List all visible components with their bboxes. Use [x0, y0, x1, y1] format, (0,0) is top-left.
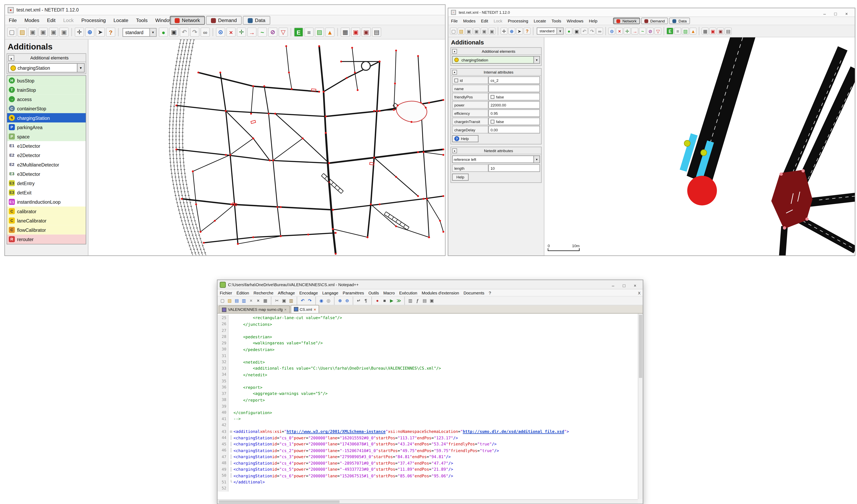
- doc-map-icon[interactable]: ▥: [407, 298, 414, 304]
- code-line-50[interactable]: 50│ <chargingStation id="cs_6" power="20…: [218, 473, 638, 479]
- value-checkbox-friendlyPos[interactable]: [490, 95, 494, 99]
- supermode-data-button[interactable]: Data: [243, 16, 270, 24]
- new-window-icon[interactable]: ▢: [7, 28, 16, 37]
- help-button[interactable]: ? Help: [452, 135, 478, 142]
- dropdown-arrow-icon[interactable]: ▼: [149, 28, 156, 36]
- additional-item-trainStop[interactable]: TtrainStop: [7, 85, 86, 95]
- dropdown-arrow-icon[interactable]: ▼: [557, 28, 563, 34]
- inspect-mode-icon[interactable]: ⊙: [608, 28, 615, 35]
- help-button-2[interactable]: Help: [452, 173, 469, 181]
- save-network-icon[interactable]: ▣: [28, 28, 37, 37]
- code-line-36[interactable]: 36 <report>: [218, 384, 638, 390]
- maximize-button[interactable]: □: [830, 10, 841, 17]
- record-macro-icon[interactable]: ●: [374, 298, 381, 304]
- move-mode-icon[interactable]: ✛: [237, 28, 246, 37]
- attribute-value-friendlyPos[interactable]: false: [488, 93, 540, 100]
- recompute-icon[interactable]: ●: [159, 28, 168, 37]
- menu-locate[interactable]: Locate: [110, 17, 132, 23]
- select-pointer-icon[interactable]: ➤: [96, 28, 105, 37]
- redo-icon[interactable]: ↷: [190, 28, 199, 37]
- options-icon[interactable]: ▤: [725, 28, 732, 35]
- additional-item-parkingArea[interactable]: PparkingArea: [7, 122, 86, 132]
- new-window-icon[interactable]: ▢: [450, 28, 457, 35]
- code-line-30[interactable]: 30 </pedestrian>: [218, 347, 638, 353]
- tls-mode-icon[interactable]: ▽: [279, 28, 288, 37]
- show-symbols-icon[interactable]: ¶: [363, 298, 369, 304]
- close-all-icon[interactable]: ×: [255, 298, 262, 304]
- prohibition-mode-icon[interactable]: ⊘: [268, 28, 277, 37]
- save-icon[interactable]: ▤: [233, 298, 240, 304]
- menu-affichage[interactable]: Affichage: [276, 290, 297, 295]
- screenshot-icon[interactable]: ▣: [573, 28, 580, 35]
- code-line-25[interactable]: 25 <rectangular-lane-cut value="false"/>: [218, 315, 638, 321]
- edge-mode-icon[interactable]: →: [632, 28, 639, 35]
- move-mode-icon[interactable]: ✛: [624, 28, 631, 35]
- replace-icon[interactable]: ◎: [325, 298, 332, 304]
- code-line-34[interactable]: 34 </netedit>: [218, 372, 638, 378]
- menu--dition[interactable]: Édition: [234, 290, 251, 295]
- menu-macro[interactable]: Macro: [381, 290, 397, 295]
- fold-margin[interactable]: ⊟: [229, 429, 233, 435]
- attribute-label-efficiency[interactable]: efficiency: [452, 109, 488, 117]
- minimize-button[interactable]: –: [819, 10, 830, 17]
- menu-encodage[interactable]: Encodage: [297, 290, 320, 295]
- code-line-51[interactable]: 51└</additional>: [218, 479, 638, 485]
- monitor-icon[interactable]: ▣: [428, 298, 435, 304]
- zoom-preset-dropdown[interactable]: standard▼: [122, 28, 157, 36]
- code-line-38[interactable]: 38 </report>: [218, 397, 638, 403]
- connection-mode-icon[interactable]: ~: [258, 28, 267, 37]
- maximize-button[interactable]: □: [619, 282, 629, 289]
- length-input[interactable]: 10: [488, 164, 540, 172]
- code-line-31[interactable]: 31: [218, 353, 638, 359]
- additional-item-detExit[interactable]: E3detExit: [7, 188, 86, 197]
- tls-mode-icon[interactable]: ▽: [654, 28, 661, 35]
- edge-mode-icon[interactable]: →: [247, 28, 256, 37]
- copy-icon[interactable]: ▣: [281, 298, 287, 304]
- options-icon[interactable]: ▤: [372, 28, 381, 37]
- code-line-26[interactable]: 26 </junctions>: [218, 321, 638, 327]
- menu-tools[interactable]: Tools: [132, 17, 151, 23]
- vertical-scrollbar[interactable]: [638, 314, 642, 499]
- save-demand-icon[interactable]: ▣: [49, 28, 58, 37]
- new-file-icon[interactable]: ▢: [219, 298, 226, 304]
- title-bar[interactable]: C:\Users\farha\OneDrive\Bureau\VALENCIEN…: [218, 280, 643, 289]
- shape-mode-icon[interactable]: ▲: [690, 28, 697, 35]
- select-pointer-icon[interactable]: ➤: [516, 28, 523, 35]
- close-button[interactable]: ×: [629, 282, 640, 289]
- prohibition-mode-icon[interactable]: ⊘: [647, 28, 654, 35]
- menu-edit[interactable]: Edit: [478, 18, 491, 23]
- minimize-button[interactable]: –: [608, 282, 619, 289]
- delete-mode-icon[interactable]: ×: [226, 28, 236, 37]
- zoom-extent-icon[interactable]: ⊕: [85, 28, 95, 37]
- menu-fichier[interactable]: Fichier: [218, 290, 234, 295]
- menu-file[interactable]: File: [5, 17, 21, 23]
- code-line-45[interactable]: 45│ <chargingStation id="cs_1" power="20…: [218, 441, 638, 447]
- grid-icon[interactable]: ▦: [702, 28, 709, 35]
- supermode-network-button[interactable]: Network: [613, 18, 640, 24]
- save-additionals-icon[interactable]: ▣: [473, 28, 480, 35]
- save-all-icon[interactable]: ▥: [240, 298, 247, 304]
- code-line-41[interactable]: 41-->: [218, 416, 638, 422]
- menu-lock[interactable]: Lock: [60, 17, 78, 23]
- folder-workspace-icon[interactable]: ▤: [421, 298, 428, 304]
- code-line-44[interactable]: 44│ <chargingStation id="cs_0" power="20…: [218, 435, 638, 441]
- taz-mode-icon[interactable]: ▨: [682, 28, 689, 35]
- undo-icon[interactable]: ↶: [299, 298, 306, 304]
- vehicle-icon[interactable]: ▣: [717, 28, 724, 35]
- collapse-arrow-icon[interactable]: ▴: [452, 49, 457, 53]
- supermode-demand-button[interactable]: Demand: [206, 16, 242, 24]
- supermode-network-button[interactable]: Network: [170, 16, 205, 24]
- additional-item-laneCalibrator[interactable]: ClaneCalibrator: [7, 216, 86, 225]
- code-editor[interactable]: 25 <rectangular-lane-cut value="false"/>…: [218, 314, 643, 499]
- dropdown-arrow-icon[interactable]: ▼: [533, 56, 539, 63]
- attribute-input-id[interactable]: cs_2: [488, 77, 540, 84]
- save-demand-icon[interactable]: ▣: [481, 28, 488, 35]
- word-wrap-icon[interactable]: ↵: [355, 298, 362, 304]
- open-file-icon[interactable]: ▨: [226, 298, 233, 304]
- code-line-35[interactable]: 35: [218, 378, 638, 384]
- menu-modes[interactable]: Modes: [21, 17, 43, 23]
- title-bar[interactable]: test.net.xml - NETEDIT 1.12.0: [5, 5, 445, 15]
- menu-recherche[interactable]: Recherche: [251, 290, 275, 295]
- title-bar[interactable]: test.net.xml - NETEDIT 1.12.0 –□×: [448, 8, 855, 17]
- network-map-view[interactable]: [88, 39, 445, 255]
